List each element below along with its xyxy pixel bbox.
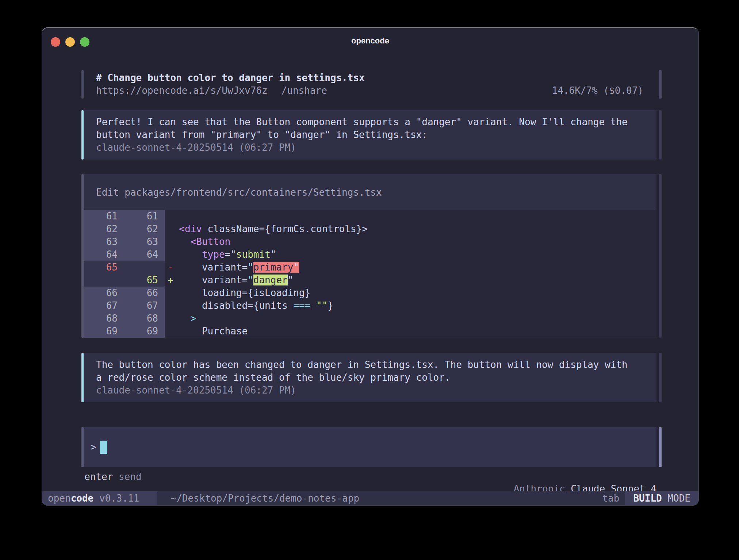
prompt-input[interactable]: > <box>84 427 656 467</box>
diff-old-line-number: 69 <box>84 325 124 338</box>
diff-row: 6363 <Button <box>84 235 656 248</box>
diff-row: 6767 disabled={units === ""} <box>84 299 656 312</box>
diff-new-line-number: 61 <box>124 210 165 223</box>
share-url-link[interactable]: https://opencode.ai/s/UwJxv76z <box>96 84 268 97</box>
token-cost-stats: 14.6K/7% ($0.07) <box>552 84 643 97</box>
brand-code: code <box>71 493 94 504</box>
edit-file-title: Edit packages/frontend/src/containers/Se… <box>84 174 656 210</box>
desktop-background: opencode # Change button color to danger… <box>0 0 739 560</box>
edit-right-border <box>659 174 662 338</box>
app-version-chip: opencode v0.3.11 <box>42 491 157 505</box>
diff-new-line-number: 62 <box>124 223 165 235</box>
diff-row: 6464 type="submit" <box>84 248 656 261</box>
diff-old-line-number: 64 <box>84 248 124 261</box>
diff-new-line-number: 66 <box>124 287 165 299</box>
diff-code-line: Purchase <box>165 325 656 338</box>
app-version: v0.3.11 <box>93 493 139 504</box>
diff-old-line-number: 67 <box>84 299 124 312</box>
diff-code-line: loading={isLoading} <box>165 287 656 299</box>
diff-table: 61616262 <div className={formCs.controls… <box>84 210 656 338</box>
diff-row: 6666 loading={isLoading} <box>84 287 656 299</box>
diff-old-line-number: 65 <box>84 261 124 274</box>
prompt-caret: > <box>91 442 96 452</box>
diff-code-line: + variant="danger" <box>165 274 656 287</box>
diff-row: 6868 > <box>84 312 656 325</box>
diff-new-line-number: 67 <box>124 299 165 312</box>
diff-row: 6262 <div className={formCs.controls}> <box>84 223 656 235</box>
diff-code-line: - variant="primary" <box>165 261 656 274</box>
diff-row: 65+ variant="danger" <box>84 274 656 287</box>
diff-new-line-number: 63 <box>124 235 165 248</box>
diff-new-line-number <box>124 261 165 274</box>
prompt-input-block: > <box>81 427 698 467</box>
diff-row: 65- variant="primary" <box>84 261 656 274</box>
message-text-line: Perfect! I can see that the Button compo… <box>96 116 643 129</box>
diff-old-line-number: 66 <box>84 287 124 299</box>
message-right-border <box>659 110 662 160</box>
diff-code-line: type="submit" <box>165 248 656 261</box>
diff-new-line-number: 64 <box>124 248 165 261</box>
title-bar[interactable]: opencode <box>42 28 698 54</box>
input-right-border <box>659 427 662 467</box>
session-header: # Change button color to danger in setti… <box>81 70 698 99</box>
working-directory-path: ~/Desktop/Projects/demo-notes-app <box>171 493 359 504</box>
text-cursor <box>100 441 107 454</box>
message-right-border <box>659 353 662 402</box>
message-text-line: a red/rose color scheme instead of the b… <box>96 371 643 384</box>
diff-code-line: > <box>165 312 656 325</box>
tab-key-hint[interactable]: tab <box>602 493 619 504</box>
header-right-border <box>659 70 662 99</box>
session-title: # Change button color to danger in setti… <box>96 72 643 84</box>
diff-old-line-number <box>84 274 124 287</box>
diff-new-line-number: 69 <box>124 325 165 338</box>
mode-chip[interactable]: BUILD MODE <box>625 491 698 505</box>
diff-row: 6161 <box>84 210 656 223</box>
diff-code-line: <div className={formCs.controls}> <box>165 223 656 235</box>
message-model-timestamp: claude-sonnet-4-20250514 (06:27 PM) <box>96 141 643 154</box>
mode-suffix: MODE <box>662 493 690 504</box>
assistant-message: Perfect! I can see that the Button compo… <box>81 110 698 160</box>
message-text-line: The button color has been changed to dan… <box>96 358 643 371</box>
diff-old-line-number: 63 <box>84 235 124 248</box>
diff-code-line: disabled={units === ""} <box>165 299 656 312</box>
diff-row: 6969 Purchase <box>84 325 656 338</box>
diff-old-line-number: 68 <box>84 312 124 325</box>
diff-new-line-number: 65 <box>124 274 165 287</box>
unshare-command[interactable]: /unshare <box>282 84 327 97</box>
diff-old-line-number: 62 <box>84 223 124 235</box>
edit-tool-block: Edit packages/frontend/src/containers/Se… <box>81 174 698 338</box>
diff-code-line: <Button <box>165 235 656 248</box>
brand-open: open <box>48 493 71 504</box>
diff-old-line-number: 61 <box>84 210 124 223</box>
message-model-timestamp: claude-sonnet-4-20250514 (06:27 PM) <box>96 384 643 397</box>
diff-code-line <box>165 210 656 223</box>
message-text-line: button variant from "primary" to "danger… <box>96 129 643 141</box>
diff-new-line-number: 68 <box>124 312 165 325</box>
window-title: opencode <box>42 36 698 46</box>
assistant-message: The button color has been changed to dan… <box>81 353 698 402</box>
mode-name: BUILD <box>633 493 662 504</box>
status-bar: opencode v0.3.11 ~/Desktop/Projects/demo… <box>42 491 698 505</box>
opencode-window: opencode # Change button color to danger… <box>42 27 699 506</box>
